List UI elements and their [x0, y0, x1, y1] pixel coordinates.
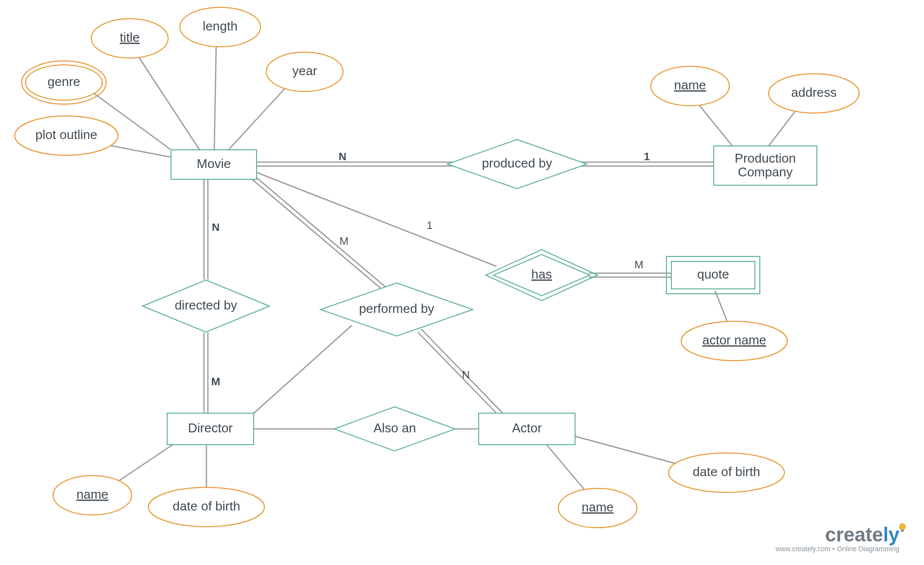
attr-director-dob: date of birth — [148, 487, 264, 527]
entity-production-company: Production Company — [714, 146, 817, 185]
svg-text:Company: Company — [738, 165, 792, 179]
svg-text:has: has — [531, 267, 552, 282]
svg-text:quote: quote — [697, 267, 729, 282]
svg-text:length: length — [203, 19, 238, 33]
rel-also-an: Also an — [334, 407, 455, 451]
entity-quote: quote — [666, 256, 760, 294]
attr-actor-name: name — [558, 488, 637, 528]
card-movie-producedby: N — [339, 150, 346, 163]
svg-text:actor name: actor name — [702, 333, 766, 347]
rel-directed-by: directed by — [143, 280, 269, 332]
svg-text:genre: genre — [48, 74, 81, 89]
svg-text:Director: Director — [188, 421, 232, 435]
attr-genre: genre — [22, 61, 106, 104]
creately-logo: creately www.creately.com • Online Diagr… — [775, 523, 906, 553]
svg-text:Actor: Actor — [512, 421, 542, 435]
svg-point-63 — [899, 523, 906, 530]
svg-text:plot outline: plot outline — [35, 127, 97, 142]
attr-length: length — [180, 7, 260, 47]
entity-actor: Actor — [479, 413, 575, 445]
edge-movie-producedby — [257, 162, 454, 166]
svg-text:date of birth: date of birth — [693, 464, 760, 479]
svg-text:year: year — [292, 63, 318, 78]
card-actor-performedby: N — [462, 368, 470, 381]
edge-performedby-actor — [418, 329, 502, 416]
svg-text:performed by: performed by — [359, 301, 434, 316]
edge-quote-actorname — [715, 291, 728, 323]
card-director-directedby: M — [211, 375, 220, 388]
edge-actor-dob — [575, 436, 691, 468]
edge-producedby-pc — [581, 162, 714, 166]
svg-text:Production: Production — [735, 151, 796, 166]
svg-text:produced by: produced by — [482, 156, 552, 170]
svg-text:name: name — [581, 500, 613, 514]
edge-movie-has — [257, 172, 496, 266]
card-movie-has: 1 — [427, 219, 433, 231]
svg-text:Also an: Also an — [374, 421, 416, 435]
svg-text:directed by: directed by — [174, 298, 237, 312]
svg-text:date of birth: date of birth — [173, 499, 240, 513]
rel-has: has — [486, 250, 598, 301]
attr-actor-dob: date of birth — [668, 453, 784, 492]
attr-director-name: name — [53, 476, 132, 515]
card-movie-directedby: N — [212, 221, 220, 233]
attr-plot-outline: plot outline — [15, 116, 118, 155]
edge-has-quote — [589, 273, 671, 277]
svg-line-11 — [418, 332, 499, 416]
card-pc-producedby: 1 — [644, 150, 650, 163]
edge-title-movie — [135, 52, 200, 150]
edge-performedby-director — [252, 325, 352, 415]
attr-pc-address: address — [769, 74, 859, 113]
svg-text:name: name — [674, 78, 706, 92]
edge-movie-directedby — [204, 179, 208, 280]
attr-quote-actor-name: actor name — [681, 321, 787, 361]
card-movie-performedby: M — [340, 235, 348, 247]
creately-tagline: www.creately.com • Online Diagramming — [775, 545, 899, 553]
edge-director-name — [112, 444, 173, 485]
svg-text:Movie: Movie — [197, 156, 231, 171]
edge-length-movie — [214, 41, 216, 150]
attr-title: title — [91, 19, 168, 58]
er-diagram-canvas: N 1 N M M N 1 M genre — [0, 0, 924, 565]
rel-produced-by: produced by — [447, 140, 587, 189]
card-quote-has: M — [635, 258, 643, 271]
edge-movie-performedby — [253, 177, 388, 292]
attr-pc-name: name — [651, 66, 729, 106]
edge-directedby-director — [204, 333, 208, 413]
svg-text:creately: creately — [825, 524, 900, 545]
svg-text:name: name — [76, 487, 108, 502]
edge-actor-name — [547, 445, 586, 491]
svg-line-8 — [256, 177, 388, 289]
entity-director: Director — [167, 413, 254, 445]
attr-year: year — [266, 52, 343, 91]
svg-text:title: title — [120, 30, 140, 45]
rel-performed-by: performed by — [320, 283, 473, 336]
svg-rect-64 — [901, 530, 904, 532]
edge-year-movie — [229, 80, 293, 150]
svg-text:address: address — [791, 85, 837, 100]
entity-movie: Movie — [171, 150, 257, 179]
